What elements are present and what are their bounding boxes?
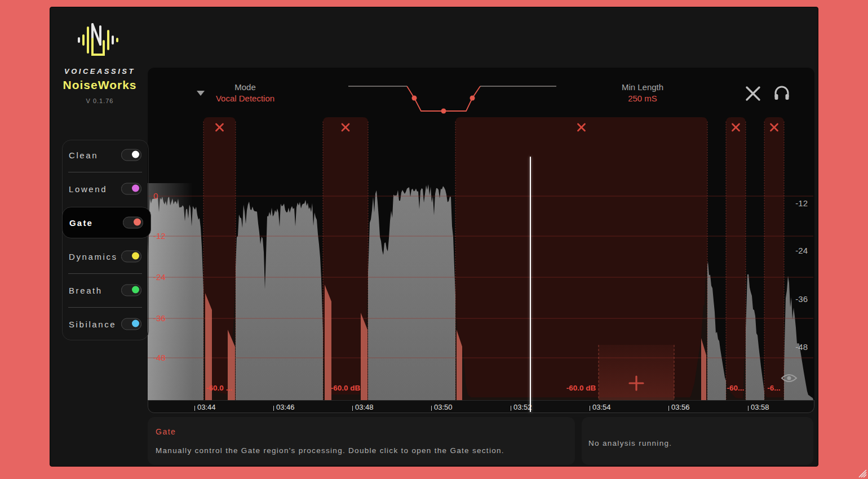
time-tick bbox=[194, 406, 195, 411]
envelope-handle[interactable] bbox=[441, 109, 446, 114]
dynamics-toggle[interactable] bbox=[121, 251, 141, 263]
info-panel-title: Gate bbox=[156, 427, 176, 437]
gate-envelope-curve[interactable] bbox=[338, 79, 564, 118]
analysis-status-panel: No analysis running. bbox=[582, 417, 813, 465]
left-axis-label: -36 bbox=[153, 313, 166, 323]
min-length-control[interactable]: Min Length 250 mS bbox=[603, 82, 682, 103]
min-length-label: Min Length bbox=[603, 82, 682, 92]
waveform-fade bbox=[148, 183, 193, 400]
right-axis-label: -12 bbox=[795, 198, 808, 208]
gate-subregion[interactable] bbox=[599, 345, 674, 400]
sidebar-item-label: Dynamics bbox=[69, 252, 118, 261]
region-threshold-label[interactable]: -6... bbox=[767, 384, 780, 392]
time-tick-label: 03:50 bbox=[434, 403, 453, 411]
time-tick bbox=[273, 406, 274, 411]
playhead[interactable] bbox=[530, 157, 531, 412]
right-axis-label: -36 bbox=[795, 294, 808, 304]
mode-value[interactable]: Vocal Detection bbox=[206, 94, 285, 103]
close-icon[interactable] bbox=[745, 86, 761, 101]
sidebar-item-label: Sibilance bbox=[69, 320, 116, 329]
envelope-handle[interactable] bbox=[470, 96, 475, 101]
sidebar-item-label: Gate bbox=[69, 218, 93, 228]
lowend-toggle[interactable] bbox=[121, 183, 141, 195]
sidebar-item-gate[interactable]: Gate bbox=[62, 207, 151, 238]
sidebar-item-clean[interactable]: Clean bbox=[62, 143, 149, 167]
sidebar-item-lowend[interactable]: Lowend bbox=[62, 176, 149, 201]
toggle-knob bbox=[134, 219, 141, 226]
sidebar-item-label: Breath bbox=[69, 286, 103, 295]
time-tick-label: 03:58 bbox=[751, 403, 769, 411]
version-label: V 0.1.76 bbox=[50, 95, 149, 105]
toggle-knob bbox=[132, 286, 139, 294]
desktop-background: VOICEASSIST NoiseWorks V 0.1.76 ↺ ↻ ‹ De… bbox=[0, 0, 868, 479]
left-axis-label: -48 bbox=[153, 353, 166, 362]
time-tick bbox=[352, 406, 353, 411]
time-tick-label: 03:56 bbox=[671, 403, 690, 411]
min-length-value[interactable]: 250 mS bbox=[603, 94, 682, 103]
time-tick-label: 03:44 bbox=[197, 403, 216, 411]
region-threshold-label[interactable]: -60.0 dB bbox=[566, 384, 596, 392]
toggle-knob bbox=[132, 320, 139, 327]
module-list bbox=[62, 140, 149, 340]
sidebar-divider bbox=[68, 172, 142, 172]
analysis-status-text: No analysis running. bbox=[588, 439, 672, 447]
info-panel: Gate Manually control the Gate region's … bbox=[148, 417, 575, 465]
region-threshold-label[interactable]: -60.0 ... bbox=[206, 384, 232, 392]
mode-dropdown-caret[interactable] bbox=[197, 91, 205, 96]
sidebar-divider bbox=[68, 307, 142, 308]
headphones-icon[interactable] bbox=[773, 85, 790, 101]
right-axis-label: -48 bbox=[795, 342, 808, 352]
left-axis-label: -12 bbox=[153, 231, 166, 241]
sidebar-item-sibilance[interactable]: Sibilance bbox=[62, 312, 149, 336]
sidebar-divider bbox=[68, 273, 142, 274]
sidebar-item-breath[interactable]: Breath bbox=[62, 278, 149, 303]
time-tick bbox=[748, 406, 749, 411]
product-name: NoiseWorks bbox=[50, 78, 149, 92]
toggle-knob bbox=[132, 185, 139, 192]
time-axis[interactable]: 03:4403:4603:4803:5003:5203:5403:5603:58 bbox=[148, 400, 814, 413]
sidebar-item-label: Clean bbox=[69, 150, 98, 160]
time-tick-label: 03:52 bbox=[513, 403, 532, 411]
toggle-knob bbox=[132, 151, 139, 158]
time-tick bbox=[511, 406, 511, 411]
info-panel-description: Manually control the Gate region's proce… bbox=[156, 446, 504, 455]
breath-toggle[interactable] bbox=[121, 285, 141, 296]
sibilance-toggle[interactable] bbox=[121, 318, 141, 330]
envelope-handle[interactable] bbox=[412, 96, 417, 101]
toggle-knob bbox=[132, 252, 139, 260]
gate-toggle[interactable] bbox=[123, 217, 143, 229]
mode-label: Mode bbox=[206, 82, 285, 92]
sidebar-item-label: Lowend bbox=[69, 184, 107, 194]
gate-tail bbox=[325, 285, 331, 400]
region-threshold-label[interactable]: -60.0 dB bbox=[331, 384, 361, 392]
region-threshold-label[interactable]: -60... bbox=[727, 384, 745, 392]
time-tick-label: 03:46 bbox=[276, 403, 295, 411]
time-tick bbox=[590, 406, 590, 411]
mode-control[interactable]: Mode Vocal Detection bbox=[206, 82, 285, 103]
time-tick-label: 03:48 bbox=[355, 403, 374, 411]
left-axis-label: 0 bbox=[153, 191, 158, 201]
right-axis-label: -24 bbox=[795, 246, 808, 255]
envelope-line-gate[interactable] bbox=[407, 86, 480, 111]
clean-toggle[interactable] bbox=[121, 149, 141, 161]
brand-logo-icon bbox=[77, 22, 127, 58]
time-tick bbox=[668, 406, 669, 411]
sidebar-item-dynamics[interactable]: Dynamics bbox=[62, 244, 149, 269]
time-tick-label: 03:54 bbox=[592, 403, 611, 411]
left-axis-label: -24 bbox=[153, 272, 166, 282]
resize-grip[interactable] bbox=[856, 467, 867, 478]
time-tick bbox=[431, 406, 432, 411]
brand-text: VOICEASSIST bbox=[50, 66, 149, 76]
